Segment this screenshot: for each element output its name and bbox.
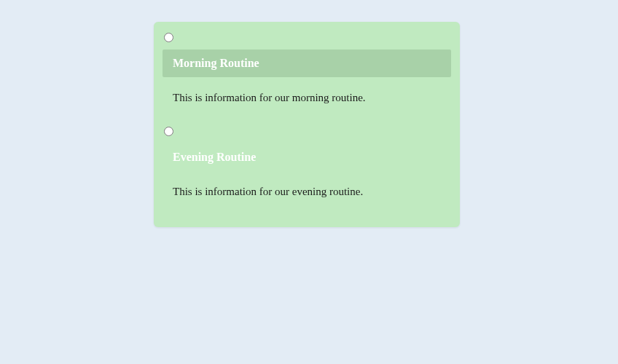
routine-description: This is information for our evening rout…	[163, 171, 451, 213]
routine-title: Evening Routine	[173, 151, 256, 163]
routine-section: Evening Routine This is information for …	[163, 124, 451, 213]
routine-title-bar[interactable]: Evening Routine	[163, 143, 451, 171]
routine-title: Morning Routine	[173, 57, 259, 69]
radio-row	[163, 31, 451, 50]
radio-row	[163, 124, 451, 143]
routine-card: Morning Routine This is information for …	[154, 22, 460, 227]
routine-title-bar[interactable]: Morning Routine	[163, 50, 451, 77]
routine-description: This is information for our morning rout…	[163, 77, 451, 119]
routine-radio-evening[interactable]	[164, 127, 173, 136]
routine-radio-morning[interactable]	[164, 33, 173, 42]
routine-section: Morning Routine This is information for …	[163, 31, 451, 119]
